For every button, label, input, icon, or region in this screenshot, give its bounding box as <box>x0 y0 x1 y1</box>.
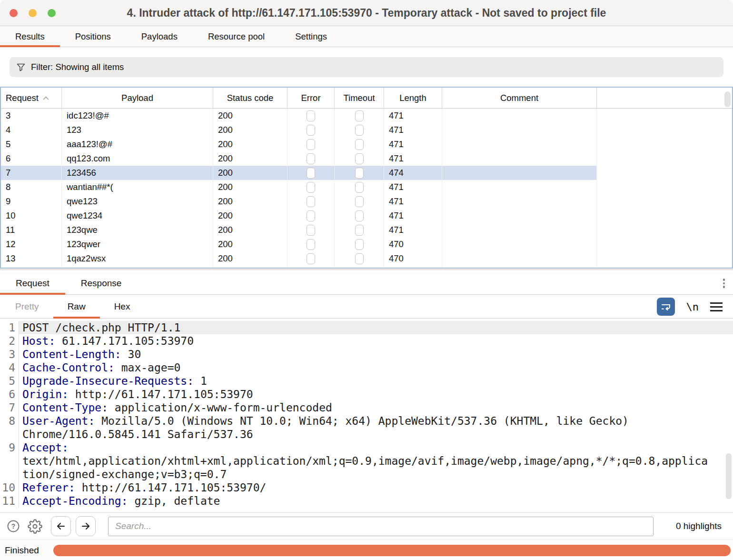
help-icon[interactable]: ? <box>7 520 20 533</box>
timeout-checkbox[interactable] <box>355 125 364 136</box>
length-cell <box>384 266 442 268</box>
tab-hex[interactable]: Hex <box>100 295 145 318</box>
error-checkbox[interactable] <box>307 139 315 150</box>
payload-cell: 123 <box>62 123 213 137</box>
timeout-checkbox[interactable] <box>355 153 364 164</box>
table-row-selected[interactable]: 7 123456 200 474 <box>1 166 732 180</box>
table-row-partial[interactable] <box>1 266 732 268</box>
timeout-cell <box>335 180 384 194</box>
previous-match-button[interactable] <box>51 516 71 536</box>
timeout-checkbox[interactable] <box>355 139 364 150</box>
table-row[interactable]: 3 idc123!@# 200 471 <box>1 109 732 123</box>
status-label: Finished <box>5 545 46 556</box>
table-row[interactable]: 10 qwe1234 200 471 <box>1 209 732 223</box>
payload-cell: aaa123!@# <box>62 137 213 151</box>
column-header-error[interactable]: Error <box>287 88 335 108</box>
search-input[interactable] <box>108 517 654 536</box>
line-number: 7 <box>0 401 19 414</box>
error-cell <box>287 251 335 266</box>
table-row[interactable]: 8 wantian##*( 200 471 <box>1 180 732 194</box>
tab-positions[interactable]: Positions <box>60 26 126 47</box>
table-scrollbar-thumb[interactable] <box>724 91 731 107</box>
timeout-checkbox[interactable] <box>355 110 364 121</box>
timeout-checkbox[interactable] <box>355 239 364 250</box>
tab-request[interactable]: Request <box>0 272 65 294</box>
filter-bar[interactable]: Filter: Showing all items <box>10 57 723 77</box>
timeout-checkbox[interactable] <box>355 168 364 179</box>
column-header-payload[interactable]: Payload <box>62 88 213 108</box>
error-checkbox[interactable] <box>307 253 315 264</box>
error-checkbox[interactable] <box>307 268 315 268</box>
filler-cell <box>597 209 732 223</box>
table-body: 3 idc123!@# 200 471 4 123 200 471 5 aaa1… <box>1 109 732 268</box>
newline-toggle[interactable]: \n <box>686 301 699 313</box>
tab-response[interactable]: Response <box>65 272 138 294</box>
request-cell: 13 <box>1 251 62 266</box>
code-line-wrap: tion/signed-exchange;v=b3;q=0.7 <box>0 468 733 481</box>
error-checkbox[interactable] <box>307 110 315 121</box>
column-header-length[interactable]: Length <box>384 88 442 108</box>
error-cell <box>287 137 335 151</box>
message-tab-bar: Request Response <box>0 272 733 295</box>
error-checkbox[interactable] <box>307 196 315 207</box>
settings-gear-icon[interactable] <box>28 519 42 534</box>
error-checkbox[interactable] <box>307 125 315 136</box>
column-header-request[interactable]: Request <box>1 88 62 108</box>
highlights-count: 0 highlights <box>676 521 722 531</box>
table-row[interactable]: 9 qwe123 200 471 <box>1 194 732 209</box>
timeout-checkbox[interactable] <box>355 196 364 207</box>
timeout-checkbox[interactable] <box>355 182 364 193</box>
error-checkbox[interactable] <box>307 182 315 193</box>
timeout-checkbox[interactable] <box>355 268 364 268</box>
error-checkbox[interactable] <box>307 153 315 164</box>
kebab-menu-icon[interactable] <box>723 272 725 294</box>
error-checkbox[interactable] <box>307 225 315 236</box>
column-header-status-code[interactable]: Status code <box>213 88 287 108</box>
table-row[interactable]: 4 123 200 471 <box>1 123 732 137</box>
column-header-timeout[interactable]: Timeout <box>335 88 384 108</box>
tab-payloads[interactable]: Payloads <box>126 26 193 47</box>
column-header-request-label: Request <box>6 93 39 103</box>
error-checkbox[interactable] <box>307 210 315 221</box>
status-cell: 200 <box>213 194 287 209</box>
error-checkbox[interactable] <box>307 168 315 179</box>
next-match-button[interactable] <box>76 516 96 536</box>
svg-text:?: ? <box>11 522 16 530</box>
table-row[interactable]: 12 123qwer 200 470 <box>1 237 732 251</box>
timeout-cell <box>335 166 384 180</box>
length-cell: 471 <box>384 180 442 194</box>
code-line: 10Referer: http://61.147.171.105:53970/ <box>0 481 733 494</box>
error-checkbox[interactable] <box>307 239 315 250</box>
editor-menu-icon[interactable] <box>710 302 723 311</box>
timeout-checkbox[interactable] <box>355 210 364 221</box>
timeout-checkbox[interactable] <box>355 253 364 264</box>
comment-cell <box>442 123 597 137</box>
table-row[interactable]: 11 123qwe 200 471 <box>1 223 732 237</box>
word-wrap-toggle-icon[interactable] <box>657 298 675 316</box>
tab-settings[interactable]: Settings <box>280 26 342 47</box>
length-cell: 470 <box>384 251 442 266</box>
tab-resource-pool[interactable]: Resource pool <box>193 26 280 47</box>
request-cell: 11 <box>1 223 62 237</box>
filler-cell <box>597 109 732 123</box>
minimize-window-button[interactable] <box>29 9 37 17</box>
request-editor[interactable]: 1POST /check.php HTTP/1.1 2Host: 61.147.… <box>0 319 733 513</box>
tab-pretty[interactable]: Pretty <box>1 295 53 318</box>
column-header-comment[interactable]: Comment <box>442 88 597 108</box>
table-row[interactable]: 5 aaa123!@# 200 471 <box>1 137 732 151</box>
tab-pretty-label: Pretty <box>15 301 39 312</box>
zoom-window-button[interactable] <box>48 9 56 17</box>
code-line-wrap: Chrome/116.0.5845.141 Safari/537.36 <box>0 428 733 441</box>
table-row[interactable]: 6 qq123.com 200 471 <box>1 151 732 166</box>
tab-raw[interactable]: Raw <box>53 295 100 318</box>
line-number: 11 <box>0 494 19 508</box>
error-cell <box>287 123 335 137</box>
editor-scrollbar-thumb[interactable] <box>726 453 732 499</box>
comment-cell <box>442 166 597 180</box>
search-toolbar: ? 0 highlights <box>0 513 733 540</box>
tab-results[interactable]: Results <box>0 26 60 47</box>
close-window-button[interactable] <box>10 9 18 17</box>
timeout-cell <box>335 109 384 123</box>
timeout-checkbox[interactable] <box>355 225 364 236</box>
table-row[interactable]: 13 1qaz2wsx 200 470 <box>1 251 732 266</box>
